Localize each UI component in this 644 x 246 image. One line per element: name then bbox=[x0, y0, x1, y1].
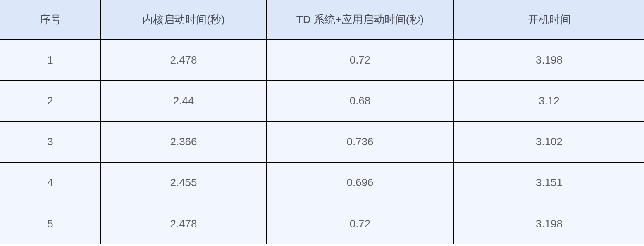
table-row: 3 2.366 0.736 3.102 bbox=[0, 121, 644, 162]
cell-power-on-time: 3.198 bbox=[454, 203, 644, 244]
cell-kernel-boot: 2.44 bbox=[101, 80, 266, 121]
cell-td-system-boot: 0.72 bbox=[266, 40, 454, 80]
cell-index: 3 bbox=[0, 121, 101, 162]
header-index: 序号 bbox=[0, 0, 101, 40]
cell-power-on-time: 3.198 bbox=[454, 40, 644, 80]
cell-kernel-boot: 2.455 bbox=[101, 162, 266, 203]
cell-power-on-time: 3.151 bbox=[454, 162, 644, 203]
header-td-system-boot: TD 系统+应用启动时间(秒) bbox=[266, 0, 454, 40]
cell-td-system-boot: 0.696 bbox=[266, 162, 454, 203]
header-power-on-time: 开机时间 bbox=[454, 0, 644, 40]
header-kernel-boot: 内核启动时间(秒) bbox=[101, 0, 266, 40]
cell-index: 4 bbox=[0, 162, 101, 203]
cell-kernel-boot: 2.366 bbox=[101, 121, 266, 162]
cell-kernel-boot: 2.478 bbox=[101, 203, 266, 244]
boot-time-table: 序号 内核启动时间(秒) TD 系统+应用启动时间(秒) 开机时间 1 2.47… bbox=[0, 0, 644, 244]
cell-td-system-boot: 0.736 bbox=[266, 121, 454, 162]
table-row: 1 2.478 0.72 3.198 bbox=[0, 40, 644, 80]
cell-power-on-time: 3.12 bbox=[454, 80, 644, 121]
table-row: 5 2.478 0.72 3.198 bbox=[0, 203, 644, 244]
cell-td-system-boot: 0.72 bbox=[266, 203, 454, 244]
cell-index: 2 bbox=[0, 80, 101, 121]
cell-index: 5 bbox=[0, 203, 101, 244]
cell-index: 1 bbox=[0, 40, 101, 80]
table-row: 4 2.455 0.696 3.151 bbox=[0, 162, 644, 203]
table-header-row: 序号 内核启动时间(秒) TD 系统+应用启动时间(秒) 开机时间 bbox=[0, 0, 644, 40]
cell-kernel-boot: 2.478 bbox=[101, 40, 266, 80]
cell-power-on-time: 3.102 bbox=[454, 121, 644, 162]
table-row: 2 2.44 0.68 3.12 bbox=[0, 80, 644, 121]
cell-td-system-boot: 0.68 bbox=[266, 80, 454, 121]
